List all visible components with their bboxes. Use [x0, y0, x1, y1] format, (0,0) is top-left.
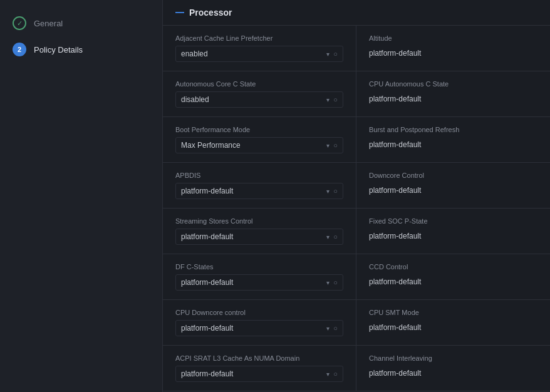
main-content: Processor Adjacent Cache Line Prefetcher…	[163, 0, 550, 392]
field-select-value: platform-default	[181, 369, 233, 378]
field-value-plain: platform-default	[369, 183, 537, 198]
field-cell-right-5: CCD Controlplatform-default	[356, 254, 550, 300]
num-icon: 2	[13, 43, 26, 56]
field-cell-left-7: ACPI SRAT L3 Cache As NUMA Domainplatfor…	[163, 346, 356, 391]
field-select-value: platform-default	[181, 232, 233, 241]
field-value-plain: platform-default	[369, 320, 537, 335]
sidebar-item-label: General	[34, 19, 63, 28]
field-label: Downcore Control	[369, 172, 537, 179]
chevron-down-icon: ▾	[326, 279, 329, 286]
sidebar-item-policy-details[interactable]: 2Policy Details	[0, 36, 162, 63]
field-label: CPU Downcore control	[175, 309, 343, 316]
chevron-down-icon: ▾	[326, 142, 329, 149]
field-cell-left-1: Autonomous Core C Statedisabled▾○	[163, 71, 356, 117]
sidebar-item-general[interactable]: ✓General	[0, 10, 162, 36]
field-select-5[interactable]: platform-default▾○	[175, 274, 343, 291]
field-label: APBDIS	[175, 172, 343, 179]
field-select-2[interactable]: Max Performance▾○	[175, 137, 343, 153]
field-label: CPU Autonomous C State	[369, 80, 537, 88]
field-value-plain: platform-default	[369, 229, 537, 244]
field-value-plain: platform-default	[369, 91, 537, 106]
field-select-value: Max Performance	[181, 141, 241, 150]
reset-icon[interactable]: ○	[333, 370, 338, 378]
field-label: Autonomous Core C State	[175, 80, 343, 88]
field-select-4[interactable]: platform-default▾○	[175, 229, 343, 245]
field-cell-right-6: CPU SMT Modeplatform-default	[356, 300, 550, 346]
field-label: ACPI SRAT L3 Cache As NUMA Domain	[175, 354, 343, 362]
field-select-value: disabled	[181, 95, 209, 104]
reset-icon[interactable]: ○	[333, 233, 338, 240]
section-header: Processor	[163, 0, 550, 26]
field-label: Channel Interleaving	[369, 354, 537, 362]
field-label: DF C-States	[175, 263, 343, 271]
check-icon: ✓	[13, 16, 26, 30]
field-label: Adjacent Cache Line Prefetcher	[175, 34, 343, 42]
field-select-value: platform-default	[181, 324, 233, 333]
field-select-value: platform-default	[181, 187, 233, 195]
field-cell-right-2: Burst and Postponed Refreshplatform-defa…	[356, 117, 550, 163]
field-label: Boot Performance Mode	[175, 126, 343, 133]
sidebar-item-label: Policy Details	[34, 45, 83, 54]
field-label: CCD Control	[369, 263, 537, 271]
field-value-plain: platform-default	[369, 274, 537, 289]
chevron-down-icon: ▾	[326, 371, 329, 378]
section-dash	[175, 12, 184, 13]
sidebar: ✓General2Policy Details	[0, 0, 163, 392]
field-cell-left-4: Streaming Stores Controlplatform-default…	[163, 209, 356, 254]
field-label: Fixed SOC P-State	[369, 217, 537, 225]
reset-icon[interactable]: ○	[333, 50, 338, 58]
field-cell-right-4: Fixed SOC P-Stateplatform-default	[356, 209, 550, 254]
field-cell-left-3: APBDISplatform-default▾○	[163, 163, 356, 209]
field-cell-right-0: Altitudeplatform-default	[356, 26, 550, 71]
field-cell-left-0: Adjacent Cache Line Prefetcherenabled▾○	[163, 26, 356, 71]
field-cell-right-3: Downcore Controlplatform-default	[356, 163, 550, 209]
field-value-plain: platform-default	[369, 137, 537, 152]
fields-grid: Adjacent Cache Line Prefetcherenabled▾○A…	[163, 26, 550, 391]
reset-icon[interactable]: ○	[333, 187, 338, 195]
field-label: Streaming Stores Control	[175, 217, 343, 225]
chevron-down-icon: ▾	[326, 96, 329, 103]
chevron-down-icon: ▾	[326, 188, 329, 195]
field-cell-left-6: CPU Downcore controlplatform-default▾○	[163, 300, 356, 346]
field-select-value: enabled	[181, 49, 208, 58]
field-select-7[interactable]: platform-default▾○	[175, 366, 343, 382]
field-label: CPU SMT Mode	[369, 309, 537, 316]
chevron-down-icon: ▾	[326, 51, 329, 58]
field-cell-left-5: DF C-Statesplatform-default▾○	[163, 254, 356, 300]
reset-icon[interactable]: ○	[333, 96, 338, 103]
field-label: Burst and Postponed Refresh	[369, 126, 537, 133]
field-label: Altitude	[369, 34, 537, 42]
chevron-down-icon: ▾	[326, 325, 329, 332]
field-value-plain: platform-default	[369, 366, 537, 381]
field-value-plain: platform-default	[369, 46, 537, 61]
field-select-0[interactable]: enabled▾○	[175, 46, 343, 62]
field-cell-left-2: Boot Performance ModeMax Performance▾○	[163, 117, 356, 163]
chevron-down-icon: ▾	[326, 234, 329, 240]
field-select-1[interactable]: disabled▾○	[175, 91, 343, 108]
field-select-value: platform-default	[181, 278, 233, 287]
section-title: Processor	[189, 8, 232, 18]
reset-icon[interactable]: ○	[333, 324, 338, 332]
field-select-3[interactable]: platform-default▾○	[175, 183, 343, 199]
reset-icon[interactable]: ○	[333, 142, 338, 149]
field-select-6[interactable]: platform-default▾○	[175, 320, 343, 336]
reset-icon[interactable]: ○	[333, 279, 338, 286]
field-cell-right-1: CPU Autonomous C Stateplatform-default	[356, 71, 550, 117]
field-cell-right-7: Channel Interleavingplatform-default	[356, 346, 550, 391]
